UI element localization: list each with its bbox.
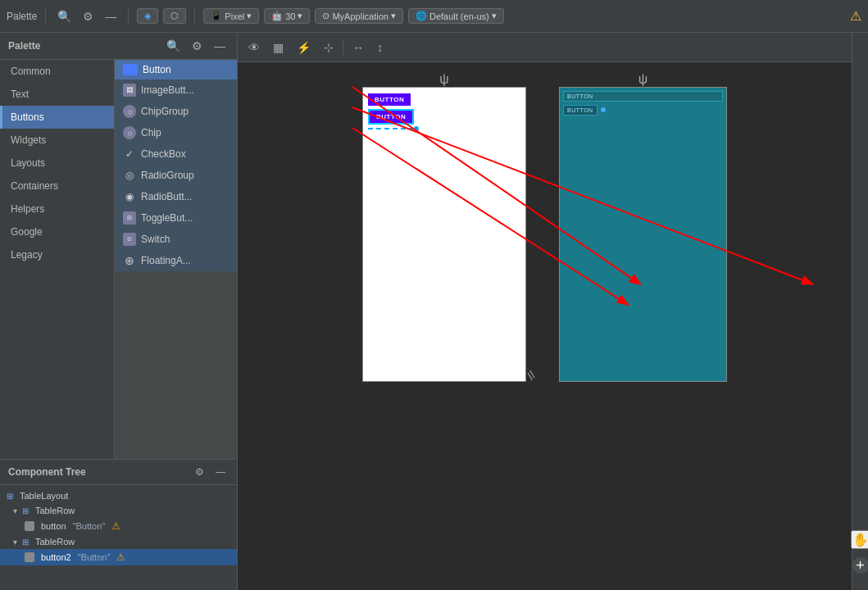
toolbar-divider-1 bbox=[45, 8, 46, 25]
widget-label-togglebutton: ToggleBut... bbox=[141, 212, 193, 224]
palette-minimize-button[interactable]: — bbox=[211, 38, 229, 54]
secondary-toolbar: 👁 ▦ ⚡ ⊹ ↔ ↕ bbox=[238, 33, 852, 62]
chevron-down-icon-api: ▾ bbox=[298, 11, 302, 21]
search-icon[interactable]: 🔍 bbox=[54, 8, 75, 25]
widget-label-imagebutton: ImageButt... bbox=[141, 84, 194, 96]
tree-header: Component Tree ⚙ — bbox=[0, 460, 237, 485]
zoom-in-button[interactable]: + bbox=[852, 557, 869, 574]
widget-item-button[interactable]: Button bbox=[115, 60, 237, 79]
palette-header-icons: 🔍 ⚙ — bbox=[163, 38, 229, 54]
tree-sublabel-button1: "Button" bbox=[73, 521, 106, 531]
tree-item-button1[interactable]: button "Button" ⚠ bbox=[0, 518, 237, 534]
resize-handle-white[interactable]: // bbox=[525, 369, 539, 383]
palette-label: Palette bbox=[7, 11, 37, 22]
sidebar-item-layouts[interactable]: Layouts bbox=[0, 152, 114, 175]
widget-item-checkbox[interactable]: ✓ CheckBox bbox=[115, 143, 237, 165]
sidebar-item-buttons[interactable]: Buttons bbox=[0, 106, 114, 129]
sidebar-item-legacy[interactable]: Legacy bbox=[0, 243, 114, 266]
widget-label-checkbox: CheckBox bbox=[141, 148, 186, 160]
chip-widget-icon: ⬡ bbox=[123, 126, 136, 139]
widget-icon-button1 bbox=[25, 521, 34, 531]
tree-item-tablerow1[interactable]: ▾ ⊞ TableRow bbox=[0, 503, 237, 518]
minimize-icon[interactable]: — bbox=[102, 8, 120, 25]
locale-label: Default (en-us) bbox=[429, 11, 489, 21]
chevron-down-icon-locale: ▾ bbox=[492, 11, 497, 21]
settings-icon[interactable]: ⚙ bbox=[80, 8, 97, 25]
api-selector[interactable]: 🤖 30 ▾ bbox=[264, 8, 310, 24]
radiobutton-widget-icon: ◉ bbox=[123, 190, 136, 203]
widget-item-switch[interactable]: ⊙ Switch bbox=[115, 229, 237, 250]
palette-settings-button[interactable]: ⚙ bbox=[189, 38, 206, 54]
sidebar-item-common[interactable]: Common bbox=[0, 60, 114, 83]
sidebar-item-text[interactable]: Text bbox=[0, 83, 114, 106]
tree-settings-button[interactable]: ⚙ bbox=[192, 465, 207, 479]
warning-icon-button1: ⚠ bbox=[111, 520, 120, 532]
resize-handle-corner bbox=[414, 126, 419, 131]
app-selector[interactable]: ⊙ MyApplication ▾ bbox=[315, 8, 402, 24]
teal-button-small: BUTTON bbox=[563, 105, 598, 116]
tree-label-tablelayout: TableLayout bbox=[20, 491, 68, 501]
grid-icon-tablerow1: ⊞ bbox=[22, 506, 29, 515]
locale-selector[interactable]: 🌐 Default (en-us) ▾ bbox=[408, 8, 504, 24]
grid-icon-tablerow2: ⊞ bbox=[22, 538, 29, 547]
app-label: MyApplication bbox=[332, 11, 388, 21]
widget-item-chipgroup[interactable]: ⬡ ChipGroup bbox=[115, 101, 237, 122]
sidebar-item-google[interactable]: Google bbox=[0, 220, 114, 243]
widget-item-togglebutton[interactable]: ⊟ ToggleBut... bbox=[115, 207, 237, 229]
widget-item-floatingaction[interactable]: ⊕ FloatingA... bbox=[115, 250, 237, 271]
widget-label-switch: Switch bbox=[141, 234, 170, 245]
palette-search-button[interactable]: 🔍 bbox=[163, 38, 184, 54]
design-mode-icon: ◈ bbox=[144, 11, 151, 21]
eye-button[interactable]: 👁 bbox=[244, 39, 264, 56]
blueprint-button[interactable]: ⬡ bbox=[163, 8, 186, 24]
phone-container-white: ψ BUTTON BUTTON // bbox=[362, 87, 526, 382]
tree-item-button2[interactable]: button2 "Button" ⚠ bbox=[0, 549, 237, 565]
toolbar-divider-3 bbox=[194, 8, 195, 25]
anchor-icon-white: ψ bbox=[439, 72, 448, 87]
anchor-icon-teal: ψ bbox=[639, 72, 648, 87]
tree-item-tablerow2[interactable]: ▾ ⊞ TableRow bbox=[0, 534, 237, 549]
warning-icon-button2: ⚠ bbox=[116, 551, 125, 563]
widget-item-imagebutton[interactable]: 🖼 ImageButt... bbox=[115, 79, 237, 101]
teal-button-row-2: BUTTON bbox=[563, 103, 723, 116]
phone-frame-white[interactable]: BUTTON BUTTON bbox=[362, 87, 526, 382]
chipgroup-widget-icon: ⬡ bbox=[123, 105, 136, 118]
error-button[interactable]: ⚡ bbox=[293, 39, 315, 56]
hand-tool-button[interactable]: ✋ bbox=[851, 530, 869, 549]
resize-handle-bottom bbox=[368, 128, 414, 129]
device-selector[interactable]: 📱 Pixel ▾ bbox=[203, 8, 259, 24]
widget-item-radiogroup[interactable]: ◎ RadioGroup bbox=[115, 165, 237, 186]
widget-item-chip[interactable]: ⬡ Chip bbox=[115, 122, 237, 143]
device-label: Pixel bbox=[225, 11, 244, 21]
right-panel: ✋ + bbox=[852, 33, 868, 590]
sidebar-item-widgets[interactable]: Widgets bbox=[0, 129, 114, 152]
api-label: 30 bbox=[285, 11, 295, 21]
teal-content: BUTTON BUTTON bbox=[560, 88, 726, 119]
tree-label-tablerow1: TableRow bbox=[35, 506, 75, 515]
table-button[interactable]: ▦ bbox=[269, 39, 288, 56]
sidebar-item-helpers[interactable]: Helpers bbox=[0, 197, 114, 220]
palette-header: Palette 🔍 ⚙ — bbox=[0, 33, 237, 60]
widget-item-radiobutton[interactable]: ◉ RadioButt... bbox=[115, 186, 237, 207]
warning-icon-top: ⚠ bbox=[850, 8, 861, 24]
sidebar-item-containers[interactable]: Containers bbox=[0, 175, 114, 197]
horizontal-icon[interactable]: ↔ bbox=[348, 39, 368, 56]
phone-frame-teal[interactable]: BUTTON BUTTON bbox=[559, 87, 727, 382]
widget-label-radiogroup: RadioGroup bbox=[141, 170, 194, 181]
locale-icon: 🌐 bbox=[416, 11, 427, 21]
phone-content-white: BUTTON BUTTON bbox=[363, 88, 525, 129]
widget-label-chip: Chip bbox=[141, 127, 161, 138]
tree-title: Component Tree bbox=[8, 466, 86, 478]
vertical-icon[interactable]: ↕ bbox=[373, 39, 387, 56]
palette-panel: Palette 🔍 ⚙ — Common Text Buttons Widget… bbox=[0, 33, 238, 590]
tree-minimize-button[interactable]: — bbox=[212, 465, 229, 479]
canvas-button-1[interactable]: BUTTON bbox=[368, 93, 411, 106]
canvas-button-2[interactable]: BUTTON bbox=[368, 109, 414, 125]
design-mode-button[interactable]: ◈ bbox=[137, 8, 158, 24]
teal-button-row-1: BUTTON bbox=[563, 91, 723, 102]
tree-item-tablelayout[interactable]: ⊞ TableLayout bbox=[0, 488, 237, 503]
chevron-down-icon-app: ▾ bbox=[391, 11, 396, 21]
design-area: 👁 ▦ ⚡ ⊹ ↔ ↕ ψ BUTTON BUTTON bbox=[238, 33, 852, 590]
widget-icon-button2 bbox=[25, 552, 34, 562]
marker-button[interactable]: ⊹ bbox=[320, 39, 338, 56]
